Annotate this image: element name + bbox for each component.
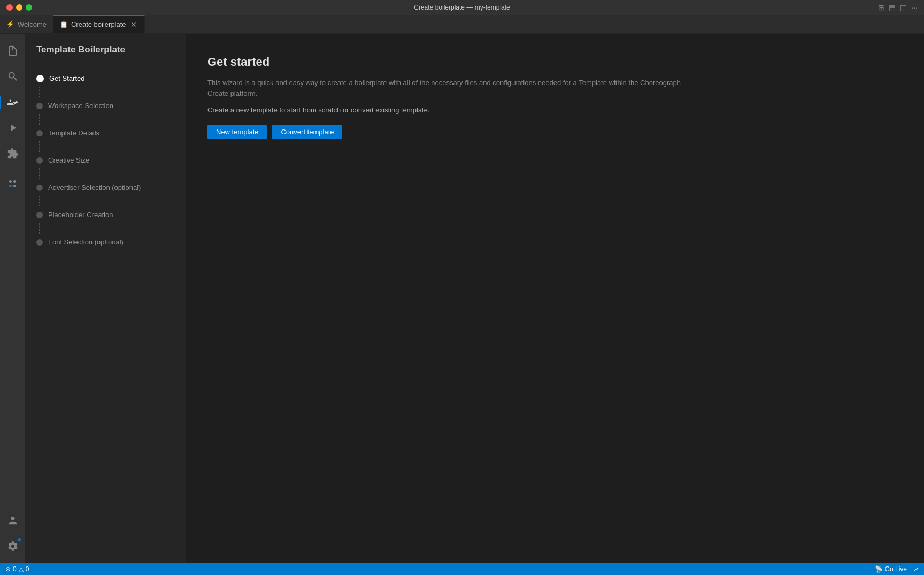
step-placeholder-creation[interactable]: Placeholder Creation — [36, 206, 186, 234]
status-right: 📡 Go Live ↗ — [875, 565, 919, 573]
step-get-started-dot — [36, 75, 44, 82]
title-bar: Create boilerplate — my-template ⊞ ▤ ▥ ·… — [0, 0, 924, 15]
error-count: 0 — [13, 565, 17, 573]
source-control-icon — [7, 96, 19, 108]
content-area: Template Boilerplate Get Started Workspa… — [26, 34, 924, 563]
maximize-button[interactable] — [26, 4, 32, 11]
activity-bottom — [0, 508, 26, 559]
step-connector-1 — [39, 114, 40, 125]
error-icon: ⊘ — [5, 565, 11, 573]
activity-search[interactable] — [0, 64, 26, 89]
main-content: Get started This wizard is a quick and e… — [186, 34, 924, 563]
step-get-started-label: Get Started — [49, 74, 84, 82]
close-button[interactable] — [6, 4, 13, 11]
step-advertiser-dot — [36, 185, 43, 191]
more-icon[interactable]: ··· — [911, 3, 918, 12]
step-advertiser-header[interactable]: Advertiser Selection (optional) — [36, 179, 186, 196]
sidebar-panel: Template Boilerplate Get Started Workspa… — [26, 34, 186, 563]
run-icon — [7, 122, 19, 134]
search-icon — [7, 71, 19, 82]
step-get-started[interactable]: Get Started — [36, 70, 186, 97]
boilerplate-tab-icon: 📋 — [60, 21, 68, 28]
activity-run[interactable] — [0, 115, 26, 141]
main-sub-text: Create a new template to start from scra… — [207, 106, 903, 114]
activity-bar — [0, 34, 26, 563]
step-connector-3 — [39, 168, 40, 179]
status-errors[interactable]: ⊘ 0 △ 0 — [5, 565, 29, 573]
step-connector-5 — [39, 223, 40, 234]
warning-icon: △ — [19, 565, 24, 573]
step-workspace-dot — [36, 103, 43, 109]
split-editor-icon[interactable]: ⊞ — [878, 3, 884, 12]
welcome-tab-icon: ⚡ — [6, 20, 14, 28]
step-creative-label: Creative Size — [48, 156, 89, 164]
main-layout: Template Boilerplate Get Started Workspa… — [0, 34, 924, 563]
activity-extensions[interactable] — [0, 141, 26, 166]
step-get-started-header[interactable]: Get Started — [36, 70, 186, 87]
step-template-header[interactable]: Template Details — [36, 125, 186, 141]
convert-template-button[interactable]: Convert template — [272, 125, 342, 139]
step-template-details[interactable]: Template Details — [36, 125, 186, 152]
step-font-header[interactable]: Font Selection (optional) — [36, 234, 186, 250]
step-connector-2 — [39, 141, 40, 152]
step-placeholder-label: Placeholder Creation — [48, 211, 113, 219]
activity-source-control[interactable] — [0, 89, 26, 115]
step-font-dot — [36, 239, 43, 246]
step-advertiser-selection[interactable]: Advertiser Selection (optional) — [36, 179, 186, 206]
window-title: Create boilerplate — my-template — [414, 4, 510, 11]
tab-close-icon[interactable]: ✕ — [129, 20, 138, 29]
activity-account[interactable] — [0, 508, 26, 533]
sidebar-title: Template Boilerplate — [26, 34, 186, 66]
step-creative-size[interactable]: Creative Size — [36, 152, 186, 179]
step-template-label: Template Details — [48, 129, 99, 137]
minimize-button[interactable] — [16, 4, 22, 11]
boilerplate-tab-label: Create boilerplate — [71, 20, 126, 28]
activity-explorer[interactable] — [0, 38, 26, 64]
main-heading: Get started — [207, 55, 903, 69]
status-bar: ⊘ 0 △ 0 📡 Go Live ↗ — [0, 563, 924, 575]
step-workspace-header[interactable]: Workspace Selection — [36, 97, 186, 114]
warning-count: 0 — [26, 565, 29, 573]
go-live-label: Go Live — [885, 565, 907, 573]
traffic-lights[interactable] — [6, 4, 32, 11]
welcome-tab-label: Welcome — [18, 20, 47, 28]
account-icon — [7, 515, 19, 526]
files-icon — [7, 45, 19, 57]
title-bar-actions: ⊞ ▤ ▥ ··· — [878, 3, 918, 12]
step-font-label: Font Selection (optional) — [48, 238, 124, 246]
step-font-selection[interactable]: Font Selection (optional) — [36, 234, 186, 250]
gear-icon — [7, 540, 19, 552]
remote-icon[interactable]: ↗ — [913, 565, 919, 573]
step-workspace-selection[interactable]: Workspace Selection — [36, 97, 186, 125]
step-connector-0 — [39, 87, 40, 97]
tab-create-boilerplate[interactable]: 📋 Create boilerplate ✕ — [53, 15, 145, 33]
extensions-icon — [7, 148, 19, 159]
step-creative-header[interactable]: Creative Size — [36, 152, 186, 168]
step-placeholder-dot — [36, 212, 43, 218]
step-template-dot — [36, 130, 43, 136]
panel-icon[interactable]: ▥ — [900, 3, 907, 12]
broadcast-icon: 📡 — [875, 565, 883, 573]
activity-misc[interactable] — [0, 171, 26, 196]
go-live-button[interactable]: 📡 Go Live — [875, 565, 907, 573]
step-connector-4 — [39, 196, 40, 206]
tab-bar: ⚡ Welcome 📋 Create boilerplate ✕ — [0, 15, 924, 34]
main-description: This wizard is a quick and easy way to c… — [207, 78, 689, 98]
step-workspace-label: Workspace Selection — [48, 102, 113, 110]
action-buttons: New template Convert template — [207, 125, 903, 139]
activity-settings[interactable] — [0, 533, 26, 559]
steps-list: Get Started Workspace Selection — [26, 66, 186, 255]
step-advertiser-label: Advertiser Selection (optional) — [48, 183, 141, 191]
new-template-button[interactable]: New template — [207, 125, 267, 139]
status-left: ⊘ 0 △ 0 — [5, 565, 29, 573]
layout-icon[interactable]: ▤ — [889, 3, 896, 12]
tab-welcome[interactable]: ⚡ Welcome — [0, 15, 53, 33]
step-placeholder-header[interactable]: Placeholder Creation — [36, 206, 186, 223]
step-creative-dot — [36, 157, 43, 164]
